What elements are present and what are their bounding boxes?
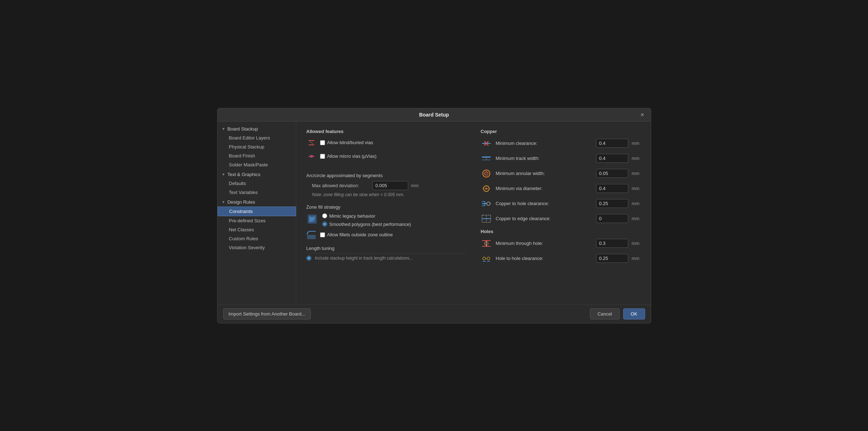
zone-fill-section: Zone fill strategy — [306, 204, 467, 240]
mimic-legacy-radio-label[interactable]: Mimic legacy behavior — [322, 213, 411, 219]
chevron-down-icon: ▼ — [222, 172, 225, 176]
min-track-width-unit: mm — [632, 156, 641, 161]
min-via-diameter-input[interactable] — [596, 184, 628, 193]
sidebar-item-violation-severity[interactable]: Violation Severity — [218, 243, 296, 252]
sidebar-item-constraints[interactable]: Constraints — [218, 207, 296, 216]
arc-section: Arc/circle approximated by segments Max … — [306, 173, 467, 197]
copper-hole-clearance-input[interactable] — [596, 199, 628, 208]
smoothed-radio[interactable] — [322, 222, 327, 227]
max-deviation-input[interactable] — [372, 181, 408, 190]
zone-icon-row: Mimic legacy behavior Smoothed polygons … — [306, 213, 467, 227]
import-settings-button[interactable]: Import Settings from Another Board... — [223, 308, 311, 319]
sidebar-item-text-graphics[interactable]: ▼ Text & Graphics — [218, 170, 296, 179]
min-annular-width-input[interactable] — [596, 169, 628, 178]
max-deviation-row: Max allowed deviation: mm — [312, 181, 467, 190]
micro-vias-checkbox[interactable] — [320, 154, 325, 159]
min-via-diameter-unit: mm — [632, 186, 641, 191]
fillets-icon — [306, 230, 316, 240]
copper-hole-clearance-label: Copper to hole clearance: — [496, 201, 592, 206]
sidebar-item-board-editor-layers[interactable]: Board Editor Layers — [218, 133, 296, 142]
min-through-hole-input[interactable] — [596, 239, 628, 248]
copper-edge-clearance-icon — [481, 213, 492, 224]
min-clearance-row: Minimum clearance: mm — [481, 138, 641, 149]
smoothed-label: Smoothed polygons (best performance) — [329, 222, 411, 227]
blind-buried-checkbox[interactable] — [320, 140, 325, 145]
mimic-legacy-label: Mimic legacy behavior — [329, 213, 376, 219]
hole-hole-clearance-icon — [481, 253, 492, 264]
min-via-diameter-icon — [481, 183, 492, 194]
length-tuning-title: Length tuning — [306, 246, 467, 251]
min-track-width-input[interactable] — [596, 154, 628, 163]
svg-point-30 — [487, 257, 490, 260]
hole-hole-clearance-label: Hole to hole clearance: — [496, 256, 592, 261]
min-annular-width-icon — [481, 168, 492, 179]
sidebar-item-custom-rules[interactable]: Custom Rules — [218, 234, 296, 243]
zone-fill-title: Zone fill strategy — [306, 204, 467, 210]
sidebar-parent-label: Board Stackup — [227, 126, 258, 132]
fillets-checkbox[interactable] — [320, 232, 325, 237]
copper-edge-clearance-row: Copper to edge clearance: mm — [481, 213, 641, 224]
min-via-diameter-label: Minimum via diameter: — [496, 186, 592, 191]
title-bar: Board Setup × — [218, 108, 651, 122]
micro-vias-row: Allow micro vias (µVias) — [306, 151, 467, 161]
sidebar-group-text-graphics: ▼ Text & Graphics Defaults Text Variable… — [218, 170, 296, 197]
hole-hole-clearance-input[interactable] — [596, 254, 628, 263]
close-button[interactable]: × — [638, 111, 647, 119]
copper-hole-clearance-icon — [481, 198, 492, 209]
chevron-down-icon: ▼ — [222, 200, 225, 204]
holes-title: Holes — [481, 229, 641, 234]
length-tuning-section: Length tuning Include stackup height in … — [306, 246, 467, 263]
holes-section: Holes Minimum throu — [481, 229, 641, 264]
blind-buried-label: Allow blind/buried vias — [327, 140, 373, 145]
fillets-row: Allow fillets outside zone outline — [306, 230, 467, 240]
sidebar-parent-label: Design Rules — [227, 199, 255, 205]
micro-vias-icon — [306, 151, 316, 161]
dialog-body: ▼ Board Stackup Board Editor Layers Phys… — [218, 122, 651, 304]
sidebar-parent-label: Text & Graphics — [227, 172, 260, 177]
sidebar-item-board-stackup[interactable]: ▼ Board Stackup — [218, 124, 296, 133]
max-deviation-label: Max allowed deviation: — [312, 183, 369, 188]
two-column-layout: Allowed features Allow blind/buried via — [306, 129, 641, 268]
sidebar-group-design-rules: ▼ Design Rules Constraints Pre-defined S… — [218, 198, 296, 252]
svg-point-21 — [487, 202, 490, 205]
svg-rect-5 — [307, 235, 316, 239]
blind-buried-checkbox-label[interactable]: Allow blind/buried vias — [320, 140, 373, 145]
min-through-hole-unit: mm — [632, 241, 641, 246]
min-annular-width-label: Minimum annular width: — [496, 171, 592, 176]
ok-button[interactable]: OK — [623, 308, 645, 319]
copper-title: Copper — [481, 129, 641, 134]
micro-vias-checkbox-label[interactable]: Allow micro vias (µVias) — [320, 153, 377, 159]
length-tuning-partial: Include stackup height in track length c… — [306, 253, 467, 263]
sidebar-item-net-classes[interactable]: Net Classes — [218, 225, 296, 234]
fillets-checkbox-label[interactable]: Allow fillets outside zone outline — [320, 232, 393, 237]
min-annular-width-row: Minimum annular width: mm — [481, 168, 641, 179]
arc-title: Arc/circle approximated by segments — [306, 173, 467, 178]
smoothed-radio-label[interactable]: Smoothed polygons (best performance) — [322, 222, 411, 227]
micro-vias-label: Allow micro vias (µVias) — [327, 153, 377, 159]
length-tuning-radio[interactable] — [306, 256, 311, 261]
bottom-bar: Import Settings from Another Board... Ca… — [218, 304, 651, 323]
sidebar-item-text-variables[interactable]: Text Variables — [218, 188, 296, 197]
sidebar-group-stackup: ▼ Board Stackup Board Editor Layers Phys… — [218, 124, 296, 169]
sidebar-item-design-rules[interactable]: ▼ Design Rules — [218, 198, 296, 207]
min-clearance-unit: mm — [632, 141, 641, 146]
sidebar-item-physical-stackup[interactable]: Physical Stackup — [218, 142, 296, 151]
copper-section: Copper Minimum clea — [481, 129, 641, 224]
sidebar-item-board-finish[interactable]: Board Finish — [218, 151, 296, 160]
mimic-legacy-radio[interactable] — [322, 213, 327, 218]
hole-hole-clearance-row: Hole to hole clearance: mm — [481, 253, 641, 264]
sidebar-item-defaults[interactable]: Defaults — [218, 179, 296, 188]
copper-edge-clearance-unit: mm — [632, 216, 641, 221]
sidebar-item-solder-mask[interactable]: Solder Mask/Paste — [218, 160, 296, 169]
cancel-button[interactable]: Cancel — [590, 308, 619, 319]
min-clearance-input[interactable] — [596, 139, 628, 148]
hole-hole-clearance-unit: mm — [632, 256, 641, 261]
arc-unit: mm — [411, 183, 419, 188]
copper-hole-clearance-unit: mm — [632, 201, 641, 206]
blind-buried-icon — [306, 138, 316, 148]
copper-edge-clearance-input[interactable] — [596, 214, 628, 223]
sidebar-item-predefined-sizes[interactable]: Pre-defined Sizes — [218, 216, 296, 225]
left-column: Allowed features Allow blind/buried via — [306, 129, 467, 268]
min-track-width-label: Minimum track width: — [496, 156, 592, 161]
allowed-features-title: Allowed features — [306, 129, 467, 134]
